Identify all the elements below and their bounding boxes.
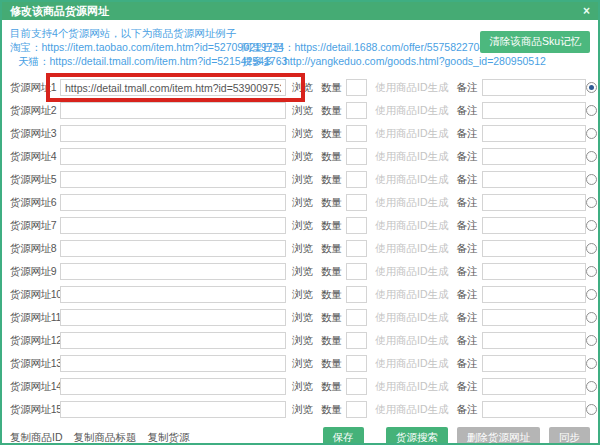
default-radio[interactable] (586, 151, 597, 162)
source-url-input[interactable] (60, 309, 286, 326)
browse-link[interactable]: 浏览 (292, 311, 313, 325)
default-radio[interactable] (586, 82, 597, 93)
remark-input[interactable] (482, 309, 586, 326)
quantity-input[interactable] (346, 332, 367, 349)
generate-by-product-id-link[interactable]: 使用商品ID生成 (375, 127, 449, 141)
browse-link[interactable]: 浏览 (292, 334, 313, 348)
source-url-input[interactable] (60, 102, 286, 119)
quantity-input[interactable] (346, 171, 367, 188)
remark-input[interactable] (482, 171, 586, 188)
remark-input[interactable] (482, 102, 586, 119)
generate-by-product-id-link[interactable]: 使用商品ID生成 (375, 81, 449, 95)
browse-link[interactable]: 浏览 (292, 81, 313, 95)
browse-link[interactable]: 浏览 (292, 219, 313, 233)
remark-input[interactable] (482, 263, 586, 280)
source-url-input[interactable] (60, 194, 286, 211)
quantity-input[interactable] (346, 125, 367, 142)
quantity-input[interactable] (346, 79, 367, 96)
default-radio[interactable] (586, 358, 597, 369)
generate-by-product-id-link[interactable]: 使用商品ID生成 (375, 173, 449, 187)
source-url-input[interactable] (60, 401, 286, 418)
generate-by-product-id-link[interactable]: 使用商品ID生成 (375, 219, 449, 233)
remark-input[interactable] (482, 332, 586, 349)
remark-input[interactable] (482, 401, 586, 418)
remark-input[interactable] (482, 79, 586, 96)
copy-product-id-link[interactable]: 复制商品ID (10, 431, 63, 445)
source-search-button[interactable]: 货源搜索 (386, 427, 448, 445)
default-radio[interactable] (586, 266, 597, 277)
default-radio[interactable] (586, 220, 597, 231)
source-url-input[interactable] (60, 263, 286, 280)
close-icon[interactable]: × (583, 5, 590, 17)
remark-input[interactable] (482, 378, 586, 395)
quantity-input[interactable] (346, 263, 367, 280)
default-radio[interactable] (586, 381, 597, 392)
generate-by-product-id-link[interactable]: 使用商品ID生成 (375, 288, 449, 302)
quantity-input[interactable] (346, 309, 367, 326)
quantity-input[interactable] (346, 194, 367, 211)
quantity-input[interactable] (346, 286, 367, 303)
browse-link[interactable]: 浏览 (292, 357, 313, 371)
browse-link[interactable]: 浏览 (292, 173, 313, 187)
browse-link[interactable]: 浏览 (292, 265, 313, 279)
remark-input[interactable] (482, 240, 586, 257)
generate-by-product-id-link[interactable]: 使用商品ID生成 (375, 242, 449, 256)
quantity-input[interactable] (346, 240, 367, 257)
quantity-input[interactable] (346, 148, 367, 165)
save-button[interactable]: 保存 (323, 427, 364, 445)
browse-link[interactable]: 浏览 (292, 127, 313, 141)
default-radio[interactable] (586, 243, 597, 254)
generate-by-product-id-link[interactable]: 使用商品ID生成 (375, 104, 449, 118)
browse-link[interactable]: 浏览 (292, 403, 313, 417)
quantity-input[interactable] (346, 378, 367, 395)
default-radio[interactable] (586, 174, 597, 185)
quantity-input[interactable] (346, 401, 367, 418)
browse-link[interactable]: 浏览 (292, 150, 313, 164)
browse-link[interactable]: 浏览 (292, 196, 313, 210)
generate-by-product-id-link[interactable]: 使用商品ID生成 (375, 311, 449, 325)
browse-link[interactable]: 浏览 (292, 104, 313, 118)
quantity-input[interactable] (346, 217, 367, 234)
browse-link[interactable]: 浏览 (292, 380, 313, 394)
default-radio[interactable] (586, 128, 597, 139)
source-url-input[interactable] (60, 286, 286, 303)
quantity-input[interactable] (346, 102, 367, 119)
clear-sku-memory-button[interactable]: 清除该商品Sku记忆 (480, 31, 590, 53)
source-url-input[interactable] (60, 125, 286, 142)
default-radio[interactable] (586, 289, 597, 300)
source-url-input[interactable] (60, 332, 286, 349)
remark-input[interactable] (482, 217, 586, 234)
remark-input[interactable] (482, 125, 586, 142)
quantity-input[interactable] (346, 355, 367, 372)
source-url-input[interactable] (60, 378, 286, 395)
delete-source-url-button[interactable]: 删除货源网址 (457, 427, 540, 445)
remark-input[interactable] (482, 148, 586, 165)
default-radio[interactable] (586, 312, 597, 323)
browse-link[interactable]: 浏览 (292, 242, 313, 256)
generate-by-product-id-link[interactable]: 使用商品ID生成 (375, 150, 449, 164)
remark-input[interactable] (482, 355, 586, 372)
sync-button[interactable]: 同步 (549, 427, 590, 445)
generate-by-product-id-link[interactable]: 使用商品ID生成 (375, 380, 449, 394)
source-url-input[interactable] (60, 171, 286, 188)
generate-by-product-id-link[interactable]: 使用商品ID生成 (375, 265, 449, 279)
browse-link[interactable]: 浏览 (292, 288, 313, 302)
copy-source-link[interactable]: 复制货源 (148, 431, 190, 445)
source-url-input[interactable] (60, 240, 286, 257)
remark-input[interactable] (482, 286, 586, 303)
generate-by-product-id-link[interactable]: 使用商品ID生成 (375, 196, 449, 210)
default-radio[interactable] (586, 335, 597, 346)
remark-label: 备注 (457, 265, 478, 279)
default-radio[interactable] (586, 404, 597, 415)
generate-by-product-id-link[interactable]: 使用商品ID生成 (375, 403, 449, 417)
source-url-input[interactable] (60, 79, 286, 96)
default-radio[interactable] (586, 197, 597, 208)
copy-product-title-link[interactable]: 复制商品标题 (74, 431, 137, 445)
source-url-input[interactable] (60, 355, 286, 372)
generate-by-product-id-link[interactable]: 使用商品ID生成 (375, 334, 449, 348)
generate-by-product-id-link[interactable]: 使用商品ID生成 (375, 357, 449, 371)
source-url-input[interactable] (60, 148, 286, 165)
default-radio[interactable] (586, 105, 597, 116)
remark-input[interactable] (482, 194, 586, 211)
source-url-input[interactable] (60, 217, 286, 234)
